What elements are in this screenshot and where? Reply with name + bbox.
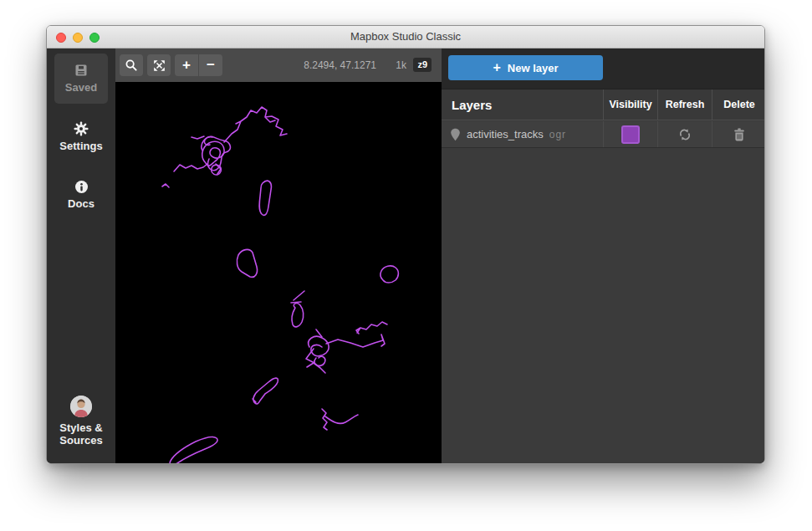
sidebar-item-styles-sources[interactable]: Styles & Sources <box>47 396 115 447</box>
expand-arrows-icon <box>153 59 166 72</box>
zoom-controls: + − <box>175 54 222 76</box>
zoom-in-button[interactable]: + <box>175 54 198 76</box>
minimize-button[interactable] <box>73 33 83 43</box>
new-layer-button[interactable]: + New layer <box>448 55 603 80</box>
layer-type: ogr <box>549 129 566 140</box>
zoom-out-button[interactable]: − <box>199 54 222 76</box>
map-column: + − 8.2494, 47.1271 1k z9 <box>115 49 442 463</box>
app-window: Mapbox Studio Classic Saved <box>46 25 765 464</box>
layers-panel: + New layer Layers Visibility Refresh De… <box>442 49 765 463</box>
layer-name-cell: activities_tracks ogr <box>442 121 603 147</box>
zoom-level-badge: z9 <box>413 58 432 72</box>
desktop: Mapbox Studio Classic Saved <box>0 0 812 531</box>
sidebar-item-docs[interactable]: Docs <box>47 180 115 210</box>
delete-column-header: Delete <box>712 89 765 120</box>
scale-readout: 1k <box>396 49 406 82</box>
map-pin-icon <box>450 128 461 141</box>
sidebar-item-saved[interactable]: Saved <box>54 54 108 104</box>
docs-label: Docs <box>68 197 94 210</box>
map-toolbar: + − 8.2494, 47.1271 1k z9 <box>115 49 442 82</box>
layer-name: activities_tracks <box>467 128 544 140</box>
layers-header-row: Layers Visibility Refresh Delete <box>442 89 765 120</box>
window-title: Mapbox Studio Classic <box>47 26 764 48</box>
panel-toolbar: + New layer <box>442 49 765 89</box>
plus-icon: + <box>493 60 500 75</box>
new-layer-label: New layer <box>508 62 559 74</box>
layer-color-swatch[interactable] <box>621 125 640 144</box>
gear-icon <box>74 121 89 136</box>
traffic-lights <box>56 33 100 43</box>
refresh-cell <box>657 121 712 147</box>
refresh-icon[interactable] <box>678 128 692 141</box>
visibility-cell <box>603 121 657 147</box>
sidebar: Saved <box>47 49 115 463</box>
sidebar-item-settings[interactable]: Settings <box>47 121 115 152</box>
title-bar[interactable]: Mapbox Studio Classic <box>47 26 764 49</box>
delete-cell <box>712 121 765 147</box>
layer-row[interactable]: activities_tracks ogr <box>442 121 765 148</box>
settings-label: Settings <box>59 140 102 152</box>
saved-label: Saved <box>65 81 97 94</box>
gps-tracks-layer <box>115 82 442 464</box>
avatar <box>70 396 92 417</box>
floppy-disk-icon <box>74 64 88 77</box>
layers-heading: Layers <box>442 89 603 120</box>
zoom-button[interactable] <box>89 33 100 43</box>
search-button[interactable] <box>120 54 143 76</box>
trash-icon[interactable] <box>733 128 745 141</box>
map-canvas[interactable] <box>115 82 442 464</box>
info-icon <box>74 180 89 194</box>
search-icon <box>125 59 138 72</box>
fit-bounds-button[interactable] <box>147 54 171 76</box>
visibility-column-header: Visibility <box>603 89 657 120</box>
window-content: Saved <box>47 49 764 463</box>
styles-sources-label: Styles & Sources <box>59 421 102 447</box>
refresh-column-header: Refresh <box>657 89 712 120</box>
close-button[interactable] <box>56 33 66 43</box>
coordinates-readout: 8.2494, 47.1271 <box>304 49 376 82</box>
